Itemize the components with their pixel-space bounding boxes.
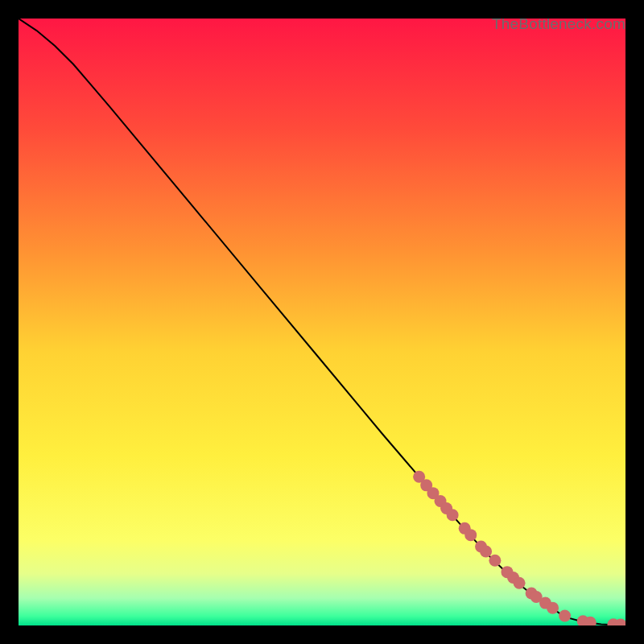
data-marker bbox=[547, 602, 559, 614]
data-marker bbox=[514, 577, 526, 589]
data-marker bbox=[489, 555, 501, 567]
watermark-text: TheBottleneck.com bbox=[492, 15, 625, 33]
chart-frame: TheBottleneck.com bbox=[0, 0, 644, 644]
chart-svg bbox=[19, 19, 625, 625]
plot-area: TheBottleneck.com bbox=[19, 19, 625, 625]
data-marker bbox=[480, 546, 492, 558]
gradient-background bbox=[19, 19, 625, 625]
data-marker bbox=[559, 609, 571, 621]
data-marker bbox=[447, 509, 459, 521]
data-marker bbox=[464, 529, 477, 541]
